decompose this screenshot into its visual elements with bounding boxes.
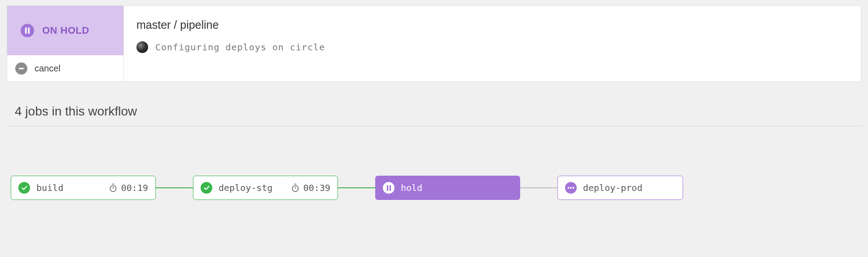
more-icon — [565, 182, 577, 194]
pause-icon — [21, 24, 34, 37]
edge-deploystg-to-hold — [338, 187, 375, 188]
job-duration: 00:39 — [291, 182, 330, 193]
status-panel: ON HOLD cancel — [7, 6, 124, 81]
check-icon — [18, 182, 30, 194]
job-label: build — [36, 182, 63, 193]
cancel-label: cancel — [35, 63, 61, 74]
svg-point-10 — [568, 187, 570, 189]
job-label: deploy-prod — [583, 182, 642, 193]
job-duration-value: 00:39 — [303, 182, 330, 193]
commit-message: Configuring deploys on circle — [155, 42, 325, 53]
workflow-graph: build 00:19 deploy-stg 00:39 hold — [7, 176, 861, 203]
pause-icon — [383, 182, 395, 194]
pipeline-info: master / pipeline Configuring deploys on… — [124, 6, 861, 81]
status-text: ON HOLD — [42, 25, 89, 36]
edge-build-to-deploystg — [156, 187, 193, 188]
job-node-hold[interactable]: hold — [375, 176, 520, 200]
cancel-button[interactable]: cancel — [7, 55, 123, 81]
svg-rect-9 — [389, 185, 390, 191]
commit-row: Configuring deploys on circle — [136, 41, 848, 53]
status-badge: ON HOLD — [7, 6, 123, 55]
svg-rect-0 — [25, 27, 27, 34]
job-node-deploy-prod[interactable]: deploy-prod — [557, 176, 683, 200]
jobs-section-header: 4 jobs in this workflow — [7, 104, 861, 126]
svg-point-11 — [570, 187, 572, 189]
avatar — [136, 41, 148, 53]
job-node-deploy-stg[interactable]: deploy-stg 00:39 — [193, 176, 338, 200]
job-duration-value: 00:19 — [121, 182, 148, 193]
svg-point-12 — [573, 187, 574, 189]
svg-point-2 — [110, 186, 116, 191]
pipeline-title: master / pipeline — [136, 18, 848, 31]
job-label: hold — [401, 182, 422, 193]
svg-rect-1 — [28, 27, 30, 34]
minus-icon — [15, 62, 27, 75]
stopwatch-icon — [109, 183, 118, 192]
check-icon — [201, 182, 212, 194]
jobs-title: 4 jobs in this workflow — [15, 104, 853, 119]
job-label: deploy-stg — [219, 182, 272, 193]
svg-point-5 — [292, 186, 298, 191]
svg-rect-8 — [386, 185, 388, 191]
pipeline-header-card: ON HOLD cancel master / pipeline Configu… — [7, 5, 861, 82]
edge-hold-to-deployprod — [520, 187, 557, 188]
stopwatch-icon — [291, 183, 300, 192]
job-node-build[interactable]: build 00:19 — [11, 176, 156, 200]
job-duration: 00:19 — [109, 182, 148, 193]
